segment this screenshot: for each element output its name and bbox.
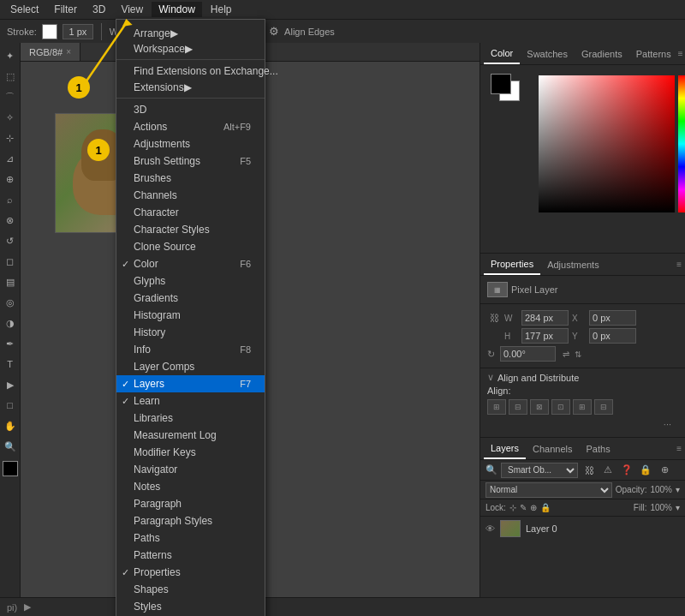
menu-clone-source[interactable]: Clone Source [116,238,265,255]
menu-help[interactable]: Help [204,2,239,17]
color-gradient[interactable] [539,75,675,212]
dodge-tool[interactable]: ◑ [1,314,20,332]
menu-brushes[interactable]: Brushes [116,170,265,187]
menu-history[interactable]: History [116,324,265,341]
menu-character[interactable]: Character [116,204,265,221]
menu-select[interactable]: Select [3,2,45,17]
layer-fx-btn[interactable]: ⚠ [600,463,616,478]
menu-paths[interactable]: Paths [116,529,265,547]
flip-v-icon[interactable]: ⇅ [575,350,581,359]
opacity-arrow[interactable]: ▾ [676,485,680,494]
magic-wand-tool[interactable]: ✧ [1,108,20,127]
layer-visibility-eye[interactable]: 👁 [485,523,495,534]
menu-actions[interactable]: Actions Alt+F9 [116,118,265,135]
link-icon[interactable]: ⛓ [487,311,501,325]
w-input[interactable] [521,310,569,326]
menu-measurement-log[interactable]: Measurement Log [116,427,265,444]
align-center-h-btn[interactable]: ⊟ [509,399,527,415]
tab-swatches[interactable]: Swatches [520,43,575,64]
layers-filter-select[interactable]: Smart Ob... [501,463,578,478]
align-bottom-btn[interactable]: ⊟ [594,399,613,415]
gradient-tool[interactable]: ▤ [1,272,20,291]
zoom-tool[interactable]: 🔍 [1,437,20,456]
menu-layers[interactable]: Layers F7 [116,375,265,392]
more-options-btn[interactable]: ··· [487,417,678,431]
menu-navigator[interactable]: Navigator [116,461,265,478]
lasso-tool[interactable]: ⌒ [1,87,20,106]
tab-patterns[interactable]: Patterns [629,43,678,64]
menu-brush-settings[interactable]: Brush Settings F5 [116,153,265,170]
tab-color[interactable]: Color [484,43,520,64]
tab-channels[interactable]: Channels [526,438,579,459]
rotate-input[interactable] [500,346,556,362]
lock-transparent-btn[interactable]: ⊹ [509,503,516,512]
lock-artboard-btn[interactable]: ⊕ [530,503,537,512]
layer-adj-btn[interactable]: 🔒 [638,463,653,478]
menu-gradients[interactable]: Gradients [116,290,265,307]
menu-layer-comps[interactable]: Layer Comps [116,358,265,375]
flip-h-icon[interactable]: ⇌ [563,350,569,359]
pen-tool[interactable]: ✒ [1,334,20,353]
brush-tool[interactable]: ⌕ [1,190,20,209]
tab-gradients[interactable]: Gradients [575,43,629,64]
tab-paths[interactable]: Paths [580,438,617,459]
menu-character-styles[interactable]: Character Styles [116,221,265,238]
marquee-tool[interactable]: ⬚ [1,67,20,86]
layer-link-btn[interactable]: ⛓ [581,463,597,478]
menu-glyphs[interactable]: Glyphs [116,272,265,290]
expand-btn[interactable]: ▶ [24,601,31,613]
stroke-input[interactable] [63,24,93,39]
collapse-align-icon[interactable]: ∨ [487,372,494,383]
menu-window[interactable]: Window [152,2,202,17]
menu-3d[interactable]: 3D [116,101,265,118]
menu-find-extensions[interactable]: Find Extensions on Exchange... [116,63,265,80]
stroke-swatch[interactable] [42,24,57,39]
tab-layers[interactable]: Layers [484,438,526,459]
y-input[interactable] [589,328,636,344]
layer-more-btn[interactable]: ⊕ [657,463,672,478]
hand-tool[interactable]: ✋ [1,416,20,435]
menu-patterns[interactable]: Patterns [116,547,265,564]
blur-tool[interactable]: ◎ [1,293,20,312]
menu-paragraph[interactable]: Paragraph [116,495,265,512]
menu-libraries[interactable]: Libraries [116,410,265,427]
history-brush-tool[interactable]: ↺ [1,231,20,250]
shape-tool[interactable]: □ [1,396,20,415]
heal-tool[interactable]: ⊕ [1,170,20,188]
eyedropper-tool[interactable]: ⊿ [1,149,20,168]
align-right-btn[interactable]: ⊠ [530,399,549,415]
hue-bar[interactable] [678,75,685,212]
menu-workspace[interactable]: Workspace ▶ [116,41,265,57]
menu-channels[interactable]: Channels [116,187,265,204]
tab-adjustments[interactable]: Adjustments [540,254,606,275]
align-top-btn[interactable]: ⊡ [551,399,570,415]
move-tool[interactable]: ✦ [1,46,20,65]
lock-paint-btn[interactable]: ✎ [520,503,527,512]
menu-adjustments[interactable]: Adjustments [116,135,265,153]
menu-color[interactable]: Color F6 [116,255,265,272]
x-input[interactable] [589,310,636,326]
layer-mask-btn[interactable]: ❓ [619,463,634,478]
path-select-tool[interactable]: ▶ [1,375,20,394]
layers-panel-menu[interactable]: ≡ [676,444,682,453]
menu-properties[interactable]: Properties [116,564,265,581]
menu-shapes[interactable]: Shapes [116,581,265,598]
lock-position-btn[interactable]: 🔒 [540,503,551,512]
layer-item[interactable]: 👁 Layer 0 [480,517,685,541]
eraser-tool[interactable]: ◻ [1,252,20,271]
menu-info[interactable]: Info F8 [116,341,265,358]
tab-properties[interactable]: Properties [484,254,540,275]
text-tool[interactable]: T [1,355,20,374]
menu-notes[interactable]: Notes [116,478,265,495]
canvas-tab-close[interactable]: × [66,47,71,57]
h-input[interactable] [521,328,569,344]
menu-modifier-keys[interactable]: Modifier Keys [116,444,265,461]
menu-styles[interactable]: Styles [116,598,265,615]
settings-icon[interactable]: ⚙ [269,25,279,38]
canvas-tab[interactable]: RGB/8# × [21,43,80,61]
menu-histogram[interactable]: Histogram [116,307,265,324]
color-panel-menu[interactable]: ≡ [678,49,683,58]
properties-panel-menu[interactable]: ≡ [676,260,682,269]
fill-arrow[interactable]: ▾ [676,503,680,512]
clone-tool[interactable]: ⊗ [1,211,20,230]
